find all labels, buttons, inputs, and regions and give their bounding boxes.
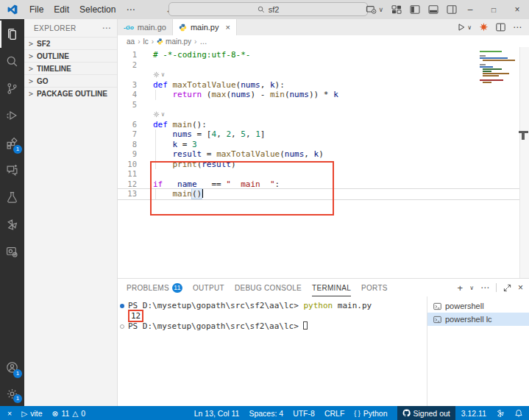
- indentation-status[interactable]: Spaces: 4: [249, 406, 283, 420]
- sidebar-section-timeline[interactable]: >TIMELINE: [24, 62, 117, 74]
- breadcrumb-item-3[interactable]: …: [199, 38, 207, 46]
- cursor-position[interactable]: Ln 13, Col 11: [194, 406, 240, 420]
- editor-group: -Gomain.gomain.py× ∨ ⋯ aa›lc› main.py›… …: [118, 19, 529, 406]
- menu-item-edit[interactable]: Edit: [49, 2, 74, 17]
- run-debug-icon[interactable]: [0, 102, 24, 129]
- close-panel-icon[interactable]: ×: [518, 282, 523, 293]
- panel-tab-bar: PROBLEMS11OUTPUTDEBUG CONSOLETERMINALPOR…: [118, 279, 529, 296]
- tools-gear-icon[interactable]: [0, 238, 24, 266]
- panel-actions: + ∨ ⋯ ×: [458, 282, 523, 293]
- panel-tab-output[interactable]: OUTPUT: [193, 279, 224, 296]
- python-interpreter-version[interactable]: 3.12.11: [461, 406, 486, 420]
- breadcrumb-item-1[interactable]: lc: [143, 38, 148, 46]
- task-status[interactable]: ▷vite: [21, 406, 42, 420]
- minimize-button[interactable]: –: [458, 4, 482, 15]
- breadcrumb-item-0[interactable]: aa: [127, 38, 135, 46]
- annotation-box-output: 12: [128, 310, 143, 322]
- search-icon: [258, 6, 265, 13]
- panel-more-actions-icon[interactable]: ⋯: [480, 282, 489, 293]
- sidebar-section-label: SF2: [37, 40, 50, 48]
- remote-window-icon[interactable]: ∨: [366, 5, 383, 15]
- command-decoration-hollow[interactable]: [120, 324, 124, 329]
- panel-tab-ports[interactable]: PORTS: [361, 279, 388, 296]
- tab-label: main.py: [191, 23, 219, 32]
- run-python-file-button[interactable]: ∨: [457, 23, 472, 32]
- line-number: 1: [118, 50, 146, 60]
- maximize-panel-icon[interactable]: [503, 284, 511, 292]
- terminal-output[interactable]: PS D:\mysetup\gopath\src\sf2\aa\lc> pyth…: [118, 296, 427, 406]
- chevron-right-icon: >: [27, 65, 35, 73]
- code-line-11: 11: [118, 169, 529, 179]
- new-terminal-icon[interactable]: +: [458, 282, 464, 293]
- search-query: sf2: [269, 5, 280, 14]
- tab-label: main.go: [138, 23, 166, 32]
- python-file-icon: [179, 24, 187, 32]
- notifications-bell-icon[interactable]: [514, 406, 523, 420]
- account-icon[interactable]: 1: [0, 354, 24, 381]
- editor-more-actions-icon[interactable]: ⋯: [513, 22, 522, 32]
- chat-icon[interactable]: [0, 157, 24, 184]
- maximize-button[interactable]: □: [482, 6, 505, 14]
- extensions-icon[interactable]: 1: [0, 129, 24, 157]
- extension-starburst-icon[interactable]: [479, 23, 489, 32]
- breadcrumb-item-2[interactable]: main.py: [157, 38, 191, 46]
- command-center-search[interactable]: sf2: [168, 2, 368, 16]
- menu-item-more[interactable]: ⋯: [121, 2, 140, 17]
- breadcrumb-separator: ›: [138, 38, 140, 46]
- extension-pinwheel-status-icon[interactable]: [496, 406, 505, 420]
- code-line-10: 10 print(result): [118, 160, 529, 170]
- command-decoration-filled[interactable]: [120, 304, 124, 308]
- testing-icon[interactable]: [0, 184, 24, 211]
- panel-tab-debug-console[interactable]: DEBUG CONSOLE: [235, 279, 302, 296]
- sidebar-section-package-outline[interactable]: >PACKAGE OUTLINE: [24, 87, 117, 99]
- language-mode[interactable]: { }Python: [354, 406, 387, 420]
- toggle-secondary-sidebar-icon[interactable]: [447, 5, 457, 14]
- menu-item-file[interactable]: File: [24, 2, 49, 17]
- problems-status[interactable]: ⊗11 △0: [52, 406, 86, 420]
- code-line-12: 12if __name__ == "__main__":: [118, 179, 529, 190]
- pointer-artifact: [519, 131, 528, 140]
- extension-pinwheel-icon[interactable]: [0, 211, 24, 238]
- search-sidebar-icon[interactable]: [0, 48, 24, 75]
- terminal-list-label: powershell: [445, 302, 484, 310]
- tab-main-py[interactable]: main.py×: [173, 19, 237, 35]
- account-signed-out[interactable]: Signed out: [397, 406, 455, 420]
- terminal-dropdown-icon[interactable]: ∨: [469, 285, 474, 291]
- panel-tab-problems[interactable]: PROBLEMS11: [127, 279, 182, 296]
- source-control-icon[interactable]: [0, 75, 24, 102]
- code-editor[interactable]: 1# -*-coding:utf-8-*-2∨3def maxTotalValu…: [118, 47, 529, 278]
- run-lens-icon[interactable]: ∨: [118, 110, 529, 120]
- customize-layout-icon[interactable]: [391, 5, 402, 14]
- chevron-right-icon: >: [27, 40, 35, 48]
- editor-scrollbar[interactable]: [519, 47, 529, 278]
- settings-gear-icon[interactable]: 1: [0, 381, 24, 406]
- breadcrumb-separator: ›: [152, 38, 154, 46]
- terminal-list-item-powershell[interactable]: powershell: [427, 299, 529, 313]
- sidebar-section-outline[interactable]: >OUTLINE: [24, 49, 117, 62]
- close-tab-icon[interactable]: ×: [225, 23, 230, 32]
- toggle-primary-sidebar-icon[interactable]: [410, 5, 420, 14]
- close-button[interactable]: ×: [505, 4, 529, 15]
- line-number: 12: [118, 179, 146, 190]
- terminal-instance-list: powershellpowershell lc: [427, 296, 529, 406]
- sidebar-more-actions-icon[interactable]: ⋯: [102, 23, 111, 33]
- sidebar-section-go[interactable]: >GO: [24, 74, 117, 87]
- terminal-list-item-powershell-lc[interactable]: powershell lc: [427, 313, 529, 326]
- editor-actions: ∨ ⋯: [457, 19, 529, 35]
- tab-main-go[interactable]: -Gomain.go: [118, 19, 173, 35]
- code-line-8: 8 k = 3: [118, 140, 529, 150]
- terminal-line-3: PS D:\mysetup\gopath\src\sf2\aa\lc>: [118, 321, 427, 332]
- eol-status[interactable]: CRLF: [324, 406, 344, 420]
- minimap[interactable]: [478, 50, 518, 84]
- remote-indicator[interactable]: ×: [7, 406, 12, 420]
- explorer-icon[interactable]: [0, 21, 24, 48]
- panel-tab-terminal[interactable]: TERMINAL: [312, 279, 351, 296]
- menu-item-selection[interactable]: Selection: [74, 2, 121, 17]
- sidebar-section-sf2[interactable]: >SF2: [24, 37, 117, 49]
- encoding-status[interactable]: UTF-8: [293, 406, 315, 420]
- toggle-panel-icon[interactable]: [428, 5, 439, 14]
- run-lens-icon[interactable]: ∨: [118, 70, 529, 80]
- line-number: 11: [118, 169, 146, 179]
- split-editor-icon[interactable]: [496, 23, 505, 32]
- code-line-13: 13 main(): [118, 189, 529, 199]
